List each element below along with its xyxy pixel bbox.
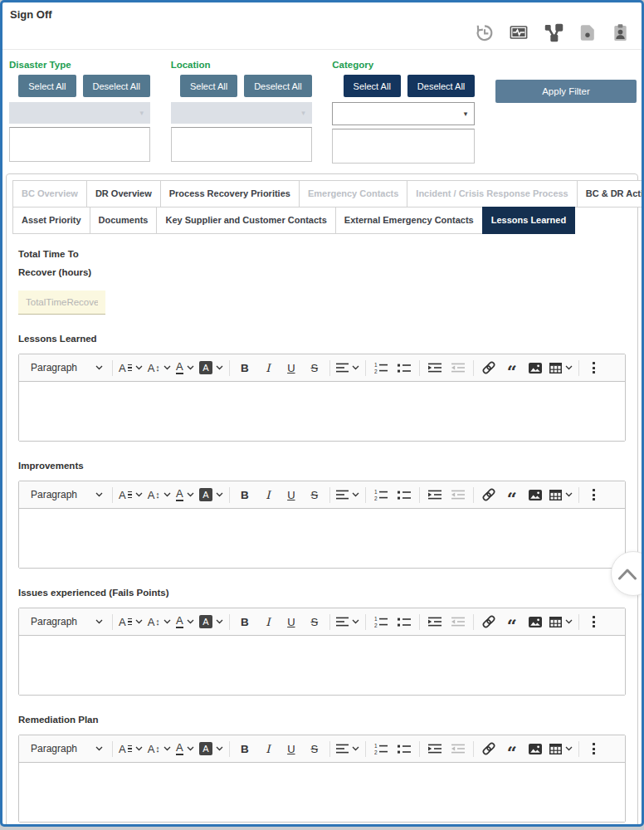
filter-list-box[interactable] [332,129,475,164]
bulleted-list-button[interactable] [393,484,416,505]
numbered-list-button[interactable]: 12 [369,484,393,505]
sitemap-button[interactable] [543,22,564,43]
more-options-button[interactable] [583,738,606,759]
font-size-button[interactable]: A↕ [145,611,173,632]
text-alignment-button[interactable] [334,484,362,505]
strikethrough-button[interactable]: S [303,611,326,632]
bold-button[interactable]: B [233,357,256,378]
tab-dr-overview[interactable]: DR Overview [86,180,161,208]
more-options-button[interactable] [583,484,606,505]
decrease-indent-button[interactable] [446,738,470,759]
text-alignment-button[interactable] [334,357,362,378]
increase-indent-button[interactable] [423,611,446,632]
tab-key-supplier-and-customer-contacts[interactable]: Key Supplier and Customer Contacts [156,207,335,234]
insert-image-button[interactable] [524,738,547,759]
apply-filter-button[interactable]: Apply Filter [495,80,637,103]
bulleted-list-button[interactable] [393,357,416,378]
font-color-button[interactable]: A [173,357,197,378]
insert-table-button[interactable] [547,611,575,632]
decrease-indent-button[interactable] [446,357,470,378]
select-all-button[interactable]: Select All [18,75,76,97]
decrease-indent-button[interactable] [446,611,470,632]
numbered-list-button[interactable]: 12 [369,357,393,378]
insert-image-button[interactable] [524,611,547,632]
rte-editing-area[interactable] [19,382,625,441]
filter-list-box[interactable] [9,127,150,162]
deselect-all-button[interactable]: Deselect All [407,75,475,97]
link-button[interactable] [477,357,500,378]
filter-list-box[interactable] [171,127,312,162]
tab-lessons-learned[interactable]: Lessons Learned [482,207,575,234]
link-button[interactable] [477,484,500,505]
strikethrough-button[interactable]: S [303,357,326,378]
tab-emergency-contacts[interactable]: Emergency Contacts [299,180,407,208]
paragraph-style-dropdown[interactable]: Paragraph [22,357,109,378]
select-all-button[interactable]: Select All [344,75,401,97]
link-button[interactable] [477,611,500,632]
save-button[interactable] [578,22,598,43]
underline-button[interactable]: U [280,738,303,759]
insert-image-button[interactable] [524,484,547,505]
font-family-button[interactable]: A [116,611,145,632]
increase-indent-button[interactable] [423,738,446,759]
increase-indent-button[interactable] [423,484,446,505]
tab-incident-crisis-response-process[interactable]: Incident / Crisis Response Process [407,180,577,208]
bold-button[interactable]: B [233,738,256,759]
block-quote-button[interactable]: “ [500,484,524,505]
more-options-button[interactable] [583,611,606,632]
decrease-indent-button[interactable] [446,484,470,505]
bulleted-list-button[interactable] [393,738,416,759]
underline-button[interactable]: U [280,611,303,632]
insert-table-button[interactable] [547,484,575,505]
tab-bc-dr-actions[interactable]: BC & DR Actions [577,180,644,208]
underline-button[interactable]: U [280,484,303,505]
strikethrough-button[interactable]: S [303,484,326,505]
insert-table-button[interactable] [547,357,575,378]
filter-dropdown[interactable]: ▾ [332,102,475,125]
tab-process-recovery-priorities[interactable]: Process Recovery Priorities [160,180,300,208]
font-family-button[interactable]: A [116,738,145,759]
font-background-button[interactable]: A [197,484,226,505]
insert-image-button[interactable] [524,357,547,378]
tab-bc-overview[interactable]: BC Overview [12,180,87,208]
total-time-to-recover-input[interactable] [18,290,105,315]
italic-button[interactable]: I [256,738,280,759]
numbered-list-button[interactable]: 12 [369,738,393,759]
font-size-button[interactable]: A↕ [145,357,173,378]
tab-external-emergency-contacts[interactable]: External Emergency Contacts [335,207,483,234]
tab-asset-priority[interactable]: Asset Priority [12,207,90,234]
paragraph-style-dropdown[interactable]: Paragraph [22,738,109,759]
numbered-list-button[interactable]: 12 [369,611,393,632]
bulleted-list-button[interactable] [393,611,416,632]
block-quote-button[interactable]: “ [500,738,524,759]
more-options-button[interactable] [583,357,606,378]
text-alignment-button[interactable] [334,611,362,632]
bold-button[interactable]: B [233,484,256,505]
link-button[interactable] [477,738,500,759]
italic-button[interactable]: I [256,611,280,632]
paragraph-style-dropdown[interactable]: Paragraph [22,484,109,505]
bold-button[interactable]: B [233,611,256,632]
font-color-button[interactable]: A [173,611,197,632]
audit-clipboard-button[interactable] [611,22,630,43]
font-size-button[interactable]: A↕ [145,738,173,759]
block-quote-button[interactable]: “ [500,611,524,632]
filter-dropdown[interactable]: ▾ [9,102,150,124]
deselect-all-button[interactable]: Deselect All [83,75,150,97]
font-size-button[interactable]: A↕ [145,484,173,505]
rte-editing-area[interactable] [19,509,625,568]
history-button[interactable] [474,22,495,43]
font-color-button[interactable]: A [173,484,197,505]
insert-table-button[interactable] [547,738,575,759]
block-quote-button[interactable]: “ [500,357,524,378]
font-background-button[interactable]: A [197,611,226,632]
rte-editing-area[interactable] [19,763,625,822]
system-monitor-button[interactable] [508,22,529,43]
filter-dropdown[interactable]: ▾ [171,102,312,124]
italic-button[interactable]: I [256,357,280,378]
rte-editing-area[interactable] [19,636,625,695]
font-background-button[interactable]: A [197,357,226,378]
font-background-button[interactable]: A [197,738,226,759]
paragraph-style-dropdown[interactable]: Paragraph [22,611,109,632]
tab-documents[interactable]: Documents [90,207,158,234]
